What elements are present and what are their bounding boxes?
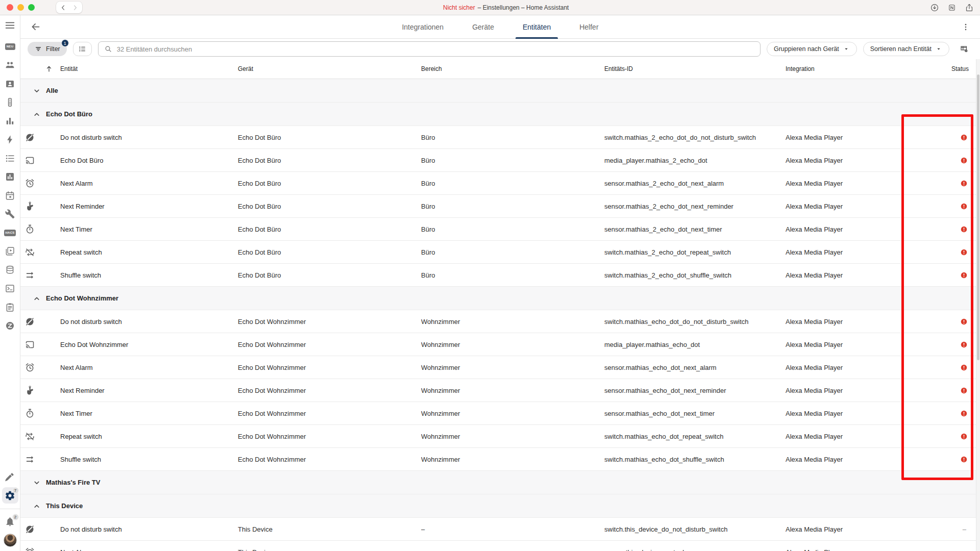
share-icon[interactable] [965, 3, 974, 12]
minimize-window-button[interactable] [17, 4, 24, 11]
entity-icon-cell [20, 385, 60, 396]
sidebar-item-zigbee2mqtt[interactable] [0, 317, 20, 336]
sidebar-item-person-card[interactable] [0, 74, 20, 93]
entity-row[interactable]: Next TimerEcho Dot BüroBürosensor.mathia… [20, 218, 980, 241]
sort-by-dropdown[interactable]: Sortieren nach Entität [863, 42, 949, 56]
chevron-down-icon [32, 86, 42, 96]
extension-icon[interactable] [948, 4, 956, 12]
entity-row[interactable]: Next AlarmEcho Dot BüroBürosensor.mathia… [20, 172, 980, 195]
zoom-window-button[interactable] [28, 4, 35, 11]
person-card-icon [5, 79, 15, 89]
sidebar-item-calendar[interactable] [0, 186, 20, 205]
filter-label: Filter [46, 45, 60, 53]
entity-name: Do not disturb switch [60, 525, 238, 533]
entity-row[interactable]: Next AlarmEcho Dot WohnzimmerWohnzimmers… [20, 356, 980, 379]
entity-row[interactable]: Echo Dot BüroEcho Dot BüroBüromedia_play… [20, 149, 980, 172]
sidebar-item-database[interactable] [0, 261, 20, 280]
entity-id: switch.mathias_echo_dot_do_not_disturb_s… [604, 318, 786, 325]
sort-direction[interactable] [20, 65, 60, 73]
column-header-entitaet[interactable]: Entität [60, 65, 238, 72]
page-title: – Einstellungen – Home Assistant [478, 4, 569, 11]
entity-row[interactable]: Shuffle switchEcho Dot WohnzimmerWohnzim… [20, 448, 980, 471]
entity-device: Echo Dot Büro [238, 180, 421, 187]
group-row[interactable]: Echo Dot Büro [20, 103, 980, 126]
group-label: Alle [46, 87, 58, 94]
column-header-geraet[interactable]: Gerät [238, 65, 421, 72]
customize-columns-button[interactable] [955, 41, 973, 57]
entity-name: Next Reminder [60, 203, 238, 210]
column-settings-button[interactable] [73, 42, 92, 56]
entity-device: Echo Dot Wohnzimmer [238, 341, 421, 348]
tab-entitäten[interactable]: Entitäten [508, 15, 565, 39]
entity-name: Do not disturb switch [60, 134, 238, 141]
search-icon [104, 45, 112, 53]
entity-icon-cell [20, 431, 60, 442]
vertical-scrollbar[interactable] [976, 59, 980, 551]
tab-helfer[interactable]: Helfer [565, 15, 612, 39]
sidebar-item-tools[interactable] [0, 205, 20, 224]
entity-name: Do not disturb switch [60, 318, 238, 325]
shuffle-icon [24, 454, 35, 465]
group-row[interactable]: Mathias's Fire TV [20, 471, 980, 494]
sidebar-item-energy[interactable] [0, 131, 20, 149]
scrollbar-thumb[interactable] [977, 74, 979, 360]
browser-forward-icon[interactable] [71, 4, 79, 11]
browser-actions [930, 0, 974, 15]
column-header-entitaets-id[interactable]: Entitäts-ID [604, 65, 786, 72]
sidebar-item-terminal[interactable] [0, 280, 20, 298]
entity-device: Echo Dot Wohnzimmer [238, 387, 421, 394]
entity-row[interactable]: Do not disturb switchEcho Dot Wohnzimmer… [20, 310, 980, 333]
entity-row[interactable]: Do not disturb switchEcho Dot BüroBürosw… [20, 126, 980, 149]
timer-icon [24, 408, 35, 419]
browser-back-icon[interactable] [60, 4, 67, 11]
entity-id: switch.mathias_2_echo_dot_do_not_disturb… [604, 134, 786, 141]
entity-row[interactable]: Do not disturb switchThis Device–switch.… [20, 518, 980, 541]
entity-row[interactable]: Next TimerEcho Dot WohnzimmerWohnzimmers… [20, 402, 980, 425]
menu-icon[interactable] [5, 20, 15, 31]
entity-row[interactable]: Repeat switchEcho Dot BüroBüroswitch.mat… [20, 241, 980, 264]
sidebar-item-remote[interactable] [0, 93, 20, 112]
sidebar-item-settings[interactable]: 7 [0, 486, 20, 505]
overflow-menu-icon[interactable] [961, 22, 970, 32]
column-header-status[interactable]: Status [909, 65, 980, 72]
sidebar-item-people[interactable] [0, 56, 20, 75]
sidebar-item-overview[interactable]: NEU [0, 37, 20, 56]
status-cell [909, 410, 980, 417]
sidebar-item-logbook[interactable] [0, 149, 20, 168]
column-header-bereich[interactable]: Bereich [421, 65, 604, 72]
group-row[interactable]: Alle [20, 79, 980, 103]
sidebar-divider [0, 509, 20, 509]
alert-circle-icon [960, 226, 968, 233]
entity-row[interactable]: Next ReminderEcho Dot BüroBürosensor.mat… [20, 195, 980, 218]
tab-geräte[interactable]: Geräte [458, 15, 508, 39]
entity-row[interactable]: Echo Dot WohnzimmerEcho Dot WohnzimmerWo… [20, 333, 980, 356]
sidebar-item-history[interactable] [0, 168, 20, 187]
download-circle-icon[interactable] [930, 3, 939, 12]
tab-integrationen[interactable]: Integrationen [387, 15, 458, 39]
entity-device: Echo Dot Wohnzimmer [238, 318, 421, 325]
column-header-integration[interactable]: Integration [786, 65, 909, 72]
user-avatar[interactable] [4, 534, 17, 547]
entity-device: Echo Dot Büro [238, 157, 421, 164]
sidebar-item-notes[interactable] [0, 298, 20, 317]
group-row[interactable]: This Device [20, 494, 980, 518]
sidebar-item-notifications[interactable]: 2 [0, 513, 20, 532]
entity-row[interactable]: Repeat switchEcho Dot WohnzimmerWohnzimm… [20, 425, 980, 448]
group-by-label: Gruppieren nach Gerät [774, 45, 839, 53]
entity-row[interactable]: Shuffle switchEcho Dot BüroBüroswitch.ma… [20, 264, 980, 287]
entity-name: Repeat switch [60, 433, 238, 440]
sidebar-item-hacs[interactable]: HACS [0, 223, 20, 242]
group-by-dropdown[interactable]: Gruppieren nach Gerät [767, 42, 857, 56]
table-cog-icon [960, 44, 969, 54]
group-row[interactable]: Echo Dot Wohnzimmer [20, 287, 980, 310]
sidebar-item-statistics[interactable] [0, 112, 20, 131]
close-window-button[interactable] [7, 4, 13, 11]
entity-row[interactable]: Next AlarmThis Device–sensor.this_device… [20, 541, 980, 551]
sidebar-item-media[interactable] [0, 242, 20, 261]
sort-by-label: Sortieren nach Entität [870, 45, 932, 53]
sidebar-item-developer-tools[interactable] [0, 468, 20, 487]
search-input[interactable] [117, 45, 754, 53]
filter-button[interactable]: Filter 1 [28, 42, 67, 56]
tab-active-indicator [516, 37, 558, 39]
entity-row[interactable]: Next ReminderEcho Dot WohnzimmerWohnzimm… [20, 379, 980, 402]
